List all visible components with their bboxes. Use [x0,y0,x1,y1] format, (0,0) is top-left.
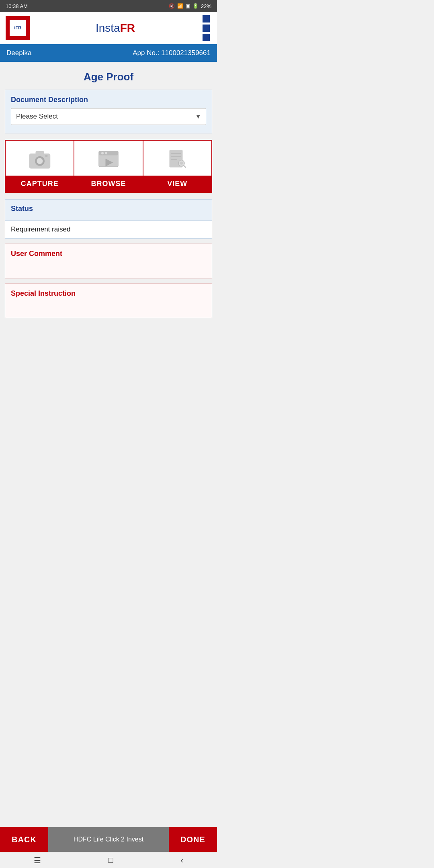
view-button[interactable]: VIEW [143,140,212,193]
status-icons: 🔇 📶 ▣ 🔋 22% [169,3,211,9]
page-title-area: Age Proof [0,62,217,90]
capture-label: CAPTURE [6,176,74,192]
app-header: iFR InstaFR [0,12,217,44]
action-buttons-row: CAPTURE BROWSE [5,140,212,193]
view-doc-icon [165,148,189,170]
camera-icon [28,148,52,170]
chevron-down-icon: ▼ [195,113,201,120]
status-card: Status Requirement raised [5,199,212,239]
menu-dot-3 [203,34,210,41]
menu-dot-1 [203,15,210,23]
document-description-select[interactable]: Please Select ▼ [11,108,206,125]
user-comment-label: User Comment [11,250,206,258]
svg-point-8 [101,152,104,154]
special-instruction-label: Special Instruction [11,289,206,298]
battery-percent: 22% [201,3,211,9]
status-value: Requirement raised [5,221,212,238]
user-name: Deepika [6,49,31,57]
svg-rect-3 [35,151,44,154]
app-logo-text: iFR [10,20,26,36]
document-description-inner: Document Description Please Select ▼ [5,90,212,133]
special-instruction-card: Special Instruction [5,283,212,318]
select-placeholder: Please Select [16,113,58,121]
browse-icon-area [74,141,142,176]
mute-icon: 🔇 [169,3,175,9]
svg-point-4 [45,155,47,157]
page-title: Age Proof [6,71,211,83]
status-card-header: Status [5,200,212,221]
battery-icon: 🔋 [192,3,199,9]
menu-dot-2 [203,25,210,32]
user-bar: Deepika App No.: 1100021359661 [0,44,217,62]
view-icon-area [143,141,211,176]
capture-button[interactable]: CAPTURE [5,140,74,193]
document-description-label: Document Description [11,96,206,104]
app-logo: iFR [6,16,30,40]
svg-rect-13 [171,159,177,160]
browse-button[interactable]: BROWSE [74,140,143,193]
capture-icon-area [6,141,74,176]
svg-point-9 [105,152,107,154]
svg-line-16 [184,165,186,167]
svg-rect-11 [171,153,181,154]
status-label: Status [11,205,206,213]
main-content: Age Proof Document Description Please Se… [0,62,217,362]
svg-point-2 [37,158,43,164]
svg-point-15 [180,162,183,165]
browse-label: BROWSE [74,176,142,192]
menu-button[interactable] [201,14,211,43]
view-label: VIEW [143,176,211,192]
app-title: InstaFR [30,22,201,35]
status-time: 10:38 AM [6,3,28,9]
svg-rect-12 [171,156,181,157]
user-comment-card: User Comment [5,244,212,278]
browse-icon [96,148,121,170]
sim-icon: ▣ [186,3,190,9]
wifi-icon: 📶 [177,3,183,9]
app-number: App No.: 1100021359661 [133,49,211,57]
status-bar: 10:38 AM 🔇 📶 ▣ 🔋 22% [0,0,217,12]
document-description-card: Document Description Please Select ▼ [5,90,212,133]
